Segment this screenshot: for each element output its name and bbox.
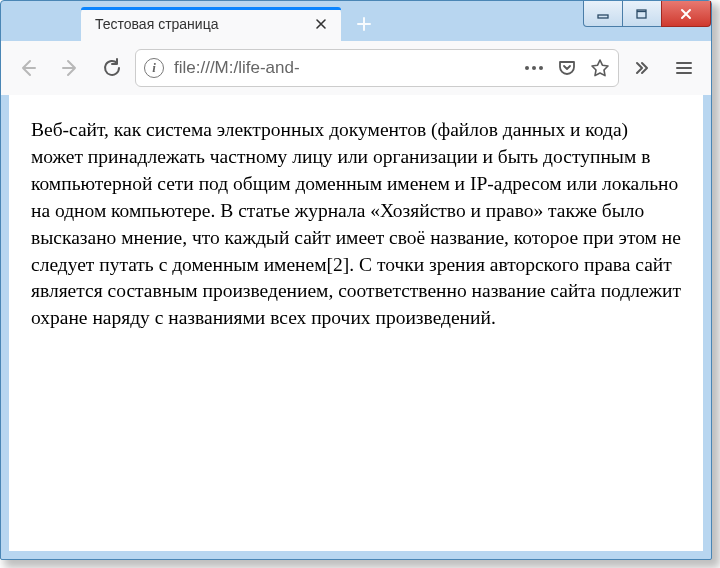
close-icon [315,18,327,30]
titlebar: Тестовая страница [1,1,711,41]
maximize-button[interactable] [622,1,662,27]
browser-tab[interactable]: Тестовая страница [81,7,341,41]
new-tab-button[interactable] [347,7,381,41]
star-icon [590,58,610,78]
menu-button[interactable] [665,49,703,87]
window-controls [584,1,711,27]
forward-button[interactable] [51,49,89,87]
tabstrip: Тестовая страница [81,7,381,41]
minimize-button[interactable] [583,1,623,27]
svg-point-3 [525,66,529,70]
tab-title: Тестовая страница [95,16,311,32]
plus-icon [356,16,372,32]
address-bar[interactable]: i file:///M:/life-and- [135,49,619,87]
svg-rect-0 [598,15,608,18]
back-button[interactable] [9,49,47,87]
site-info-button[interactable]: i [144,58,164,78]
maximize-icon [636,8,648,20]
reload-button[interactable] [93,49,131,87]
browser-window: Тестовая страница [0,0,712,560]
overflow-button[interactable] [623,49,661,87]
dots-icon [524,65,544,71]
pocket-button[interactable] [558,59,576,77]
window-close-button[interactable] [661,1,711,27]
page-actions-button[interactable] [524,65,544,71]
reload-icon [102,58,122,78]
pocket-icon [558,59,576,77]
bookmark-button[interactable] [590,58,610,78]
body-text: Веб-сайт, как система электронных докуме… [31,117,681,332]
toolbar: i file:///M:/life-and- [1,41,711,95]
minimize-icon [597,8,609,20]
tab-close-button[interactable] [311,14,331,34]
url-text: file:///M:/life-and- [174,58,514,78]
urlbar-actions [524,58,610,78]
arrow-right-icon [60,58,80,78]
svg-point-5 [539,66,543,70]
page-content: Веб-сайт, как система электронных докуме… [9,95,703,551]
svg-point-4 [532,66,536,70]
arrow-left-icon [18,58,38,78]
tab-active-indicator [81,7,341,10]
close-icon [679,7,693,21]
hamburger-icon [675,59,693,77]
chevron-double-right-icon [633,59,651,77]
